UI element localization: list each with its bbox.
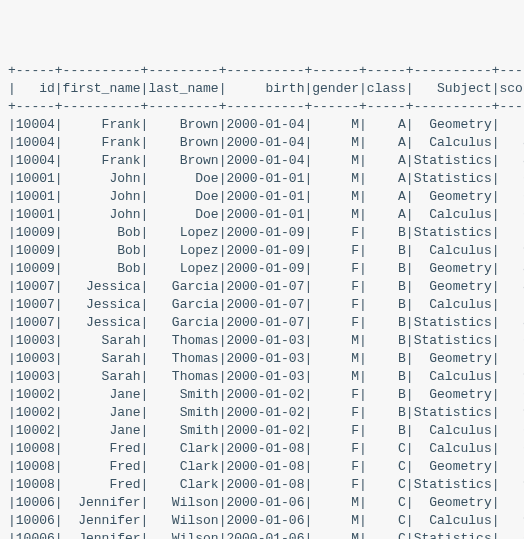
ascii-table: +-----+----------+---------+----------+-… (8, 62, 516, 539)
